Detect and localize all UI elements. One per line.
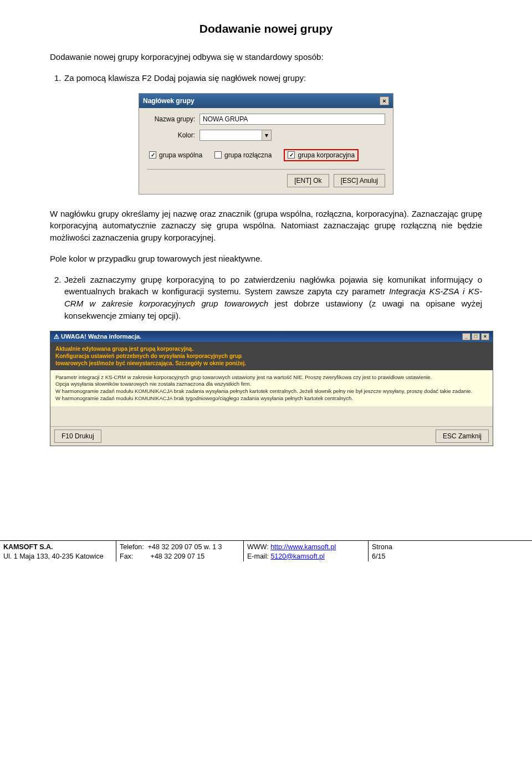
- kolor-label: Kolor:: [147, 131, 200, 139]
- nazwa-grupy-input[interactable]: NOWA GRUPA: [200, 114, 385, 125]
- footer-fax: +48 32 209 07 15: [151, 553, 205, 560]
- uwaga-dialog: ⚠ UWAGA! Ważna informacja. _ □ × Aktualn…: [50, 331, 493, 446]
- page-heading: Dodawanie nowej grupy: [50, 22, 482, 35]
- footer-page-label: Strona: [372, 543, 529, 552]
- chevron-down-icon[interactable]: ▾: [262, 130, 271, 140]
- list-marker: 2.: [54, 274, 64, 286]
- grupa-wspolna-label: grupa wspólna: [159, 151, 202, 159]
- page-footer: KAMSOFT S.A. Ul. 1 Maja 133, 40-235 Kato…: [0, 540, 532, 561]
- body-line-1: Parametr integracji z KS-CRM w zakresie …: [55, 374, 488, 381]
- grupa-korporacyjna-label: grupa korporacyjna: [298, 151, 355, 159]
- warning-header: Aktualnie edytowana grupa jest grupą kor…: [50, 342, 493, 370]
- grupa-korporacyjna-highlight: ✓ grupa korporacyjna: [284, 149, 359, 161]
- checkbox-icon: [214, 151, 222, 158]
- footer-www-link[interactable]: http://www.kamsoft.pl: [270, 543, 336, 551]
- footer-fax-label: Fax:: [120, 553, 133, 560]
- footer-page-number: 6/15: [372, 552, 529, 561]
- warn-line-1: Aktualnie edytowana grupa jest grupą kor…: [55, 345, 488, 352]
- paragraph-2a: W nagłówku grupy określamy jej nazwę ora…: [50, 208, 482, 244]
- maximize-button[interactable]: □: [472, 333, 480, 340]
- footer-email-label: E-mail:: [247, 553, 270, 560]
- minimize-button[interactable]: _: [462, 333, 470, 340]
- dialog-titlebar: ⚠ UWAGA! Ważna informacja. _ □ ×: [50, 331, 493, 342]
- intro-paragraph: Dodawanie nowej grupy korporacyjnej odby…: [50, 51, 482, 63]
- close-esc-button[interactable]: ESC Zamknij: [436, 429, 489, 443]
- grupa-rozlaczna-label: grupa rozłączna: [224, 151, 272, 159]
- warn-line-2: Konfiguracja ustawień potrzebnych do wys…: [55, 352, 488, 360]
- grupa-wspolna-checkbox[interactable]: ✓ grupa wspólna: [149, 151, 202, 159]
- ok-button[interactable]: [ENT] Ok: [287, 174, 329, 187]
- nazwa-grupy-label: Nazwa grupy:: [147, 115, 200, 123]
- grupa-korporacyjna-checkbox[interactable]: ✓ grupa korporacyjna: [288, 151, 355, 159]
- close-button[interactable]: ×: [380, 96, 389, 105]
- footer-email-link[interactable]: 5120@kamsoft.pl: [270, 553, 324, 560]
- warning-body: Parametr integracji z KS-CRM w zakresie …: [50, 370, 493, 406]
- checkbox-icon: ✓: [288, 151, 295, 158]
- warning-icon: ⚠: [54, 333, 59, 340]
- footer-www-label: WWW:: [247, 543, 270, 551]
- naglowek-grupy-dialog: Nagłówek grupy × Nazwa grupy: NOWA GRUPA…: [139, 93, 393, 195]
- list-item-1-text: Za pomocą klawisza F2 Dodaj pojawia się …: [64, 73, 306, 83]
- dialog-title: UWAGA! Ważna informacja.: [61, 333, 141, 340]
- paragraph-2b: Pole kolor w przypadku grup towarowych j…: [50, 253, 482, 265]
- dialog-title: Nagłówek grupy: [143, 97, 195, 105]
- warn-line-3: towarowych jest/może być niewystarczając…: [55, 360, 488, 367]
- body-line-3: W harmonogramie zadań modułu KOMUNIKACJA…: [55, 388, 488, 395]
- close-button[interactable]: ×: [481, 333, 489, 340]
- checkbox-icon: ✓: [149, 151, 156, 158]
- footer-tel: +48 32 209 07 05 w. 1 3: [148, 543, 222, 551]
- kolor-combo[interactable]: ▾: [200, 130, 272, 141]
- body-line-2: Opcja wysyłania słowników towarowych nie…: [55, 381, 488, 388]
- grupa-rozlaczna-checkbox[interactable]: grupa rozłączna: [214, 151, 272, 159]
- list-item-1: 1.Za pomocą klawisza F2 Dodaj pojawia si…: [64, 72, 482, 84]
- body-line-4: W harmonogramie zadań modułu KOMUNIKACJA…: [55, 395, 488, 402]
- list-marker: 1.: [54, 72, 64, 84]
- dialog-titlebar: Nagłówek grupy ×: [139, 94, 393, 108]
- footer-tel-label: Telefon:: [120, 543, 144, 551]
- print-button[interactable]: F10 Drukuj: [54, 429, 101, 443]
- list-item-2: 2.Jeżeli zaznaczymy grupę korporacyjną t…: [64, 274, 482, 322]
- footer-company: KAMSOFT S.A.: [3, 543, 53, 551]
- footer-address: Ul. 1 Maja 133, 40-235 Katowice: [3, 552, 112, 561]
- cancel-button[interactable]: [ESC] Anuluj: [334, 174, 385, 187]
